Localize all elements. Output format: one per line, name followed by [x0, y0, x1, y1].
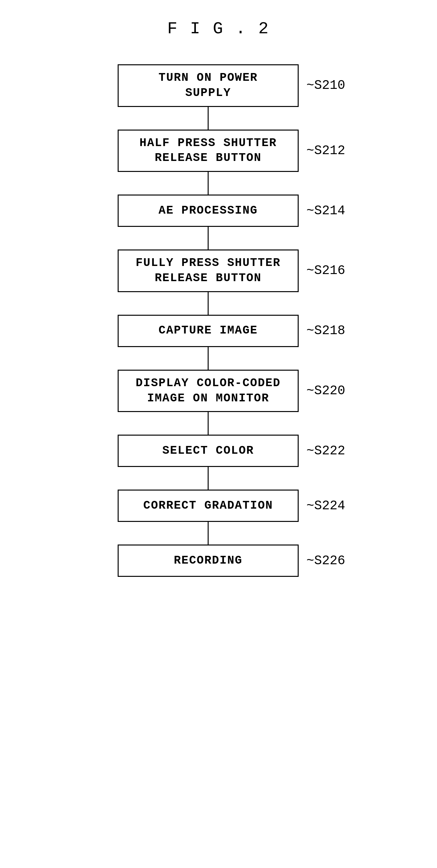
- flowchart: TURN ON POWERSUPPLY ~S210 HALF PRESS SHU…: [118, 64, 345, 577]
- step-row-s218: CAPTURE IMAGE ~S218: [118, 315, 345, 347]
- step-row-s222: SELECT COLOR ~S222: [118, 435, 345, 467]
- step-box-s218: CAPTURE IMAGE: [118, 315, 299, 347]
- step-row-s212: HALF PRESS SHUTTERRELEASE BUTTON ~S212: [118, 130, 345, 172]
- step-label-s214: ~S214: [306, 204, 345, 218]
- step-label-s210: ~S210: [306, 78, 345, 93]
- step-label-s224: ~S224: [306, 499, 345, 513]
- step-box-s222: SELECT COLOR: [118, 435, 299, 467]
- step-box-s220: DISPLAY COLOR-CODEDIMAGE ON MONITOR: [118, 370, 299, 412]
- step-row-s216: FULLY PRESS SHUTTERRELEASE BUTTON ~S216: [118, 249, 345, 292]
- step-box-s210: TURN ON POWERSUPPLY: [118, 64, 299, 107]
- step-row-s210: TURN ON POWERSUPPLY ~S210: [118, 64, 345, 107]
- step-row-s214: AE PROCESSING ~S214: [118, 194, 345, 227]
- step-label-s220: ~S220: [306, 383, 345, 398]
- step-row-s226: RECORDING ~S226: [118, 545, 345, 577]
- step-label-s212: ~S212: [306, 144, 345, 158]
- step-box-s216: FULLY PRESS SHUTTERRELEASE BUTTON: [118, 249, 299, 292]
- connector-4: [118, 292, 299, 315]
- step-label-s222: ~S222: [306, 444, 345, 458]
- step-label-s218: ~S218: [306, 323, 345, 338]
- step-box-s226: RECORDING: [118, 545, 299, 577]
- connector-8: [118, 522, 299, 545]
- connector-5: [118, 347, 299, 370]
- page: F I G . 2 TURN ON POWERSUPPLY ~S210 HALF…: [0, 0, 437, 868]
- connector-6: [118, 412, 299, 435]
- connector-1: [118, 107, 299, 130]
- step-label-s216: ~S216: [306, 264, 345, 278]
- figure-title: F I G . 2: [167, 20, 270, 38]
- step-box-s214: AE PROCESSING: [118, 194, 299, 227]
- connector-3: [118, 227, 299, 249]
- step-box-s212: HALF PRESS SHUTTERRELEASE BUTTON: [118, 130, 299, 172]
- step-box-s224: CORRECT GRADATION: [118, 490, 299, 522]
- step-row-s220: DISPLAY COLOR-CODEDIMAGE ON MONITOR ~S22…: [118, 370, 345, 412]
- connector-7: [118, 467, 299, 490]
- connector-2: [118, 172, 299, 194]
- step-row-s224: CORRECT GRADATION ~S224: [118, 490, 345, 522]
- step-label-s226: ~S226: [306, 554, 345, 568]
